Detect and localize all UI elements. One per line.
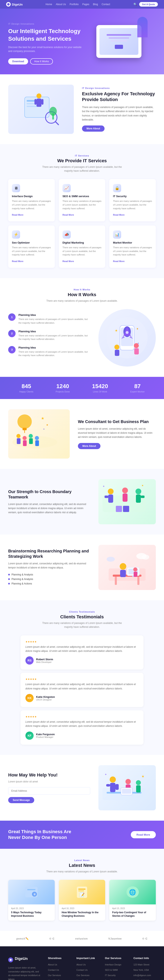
service-link-1[interactable]: Read More — [63, 213, 74, 216]
svg-point-66 — [142, 555, 149, 560]
footer-brand-name: DigeUn — [15, 956, 28, 961]
step-0: 1 Planning Idea There are many variation… — [8, 313, 90, 325]
step-text-0: There are many variations of passages of… — [19, 318, 90, 325]
footer-col-2: Our Services Interface Design SEO & SMM … — [105, 956, 127, 980]
planning-title: Brainstorming Researching Planning and S… — [8, 548, 90, 559]
nav-link-blog[interactable]: Blog — [93, 3, 98, 6]
help-email-input[interactable] — [8, 787, 90, 795]
service-link-2[interactable]: Read More — [113, 213, 125, 216]
footer-link-0-0[interactable]: About Us — [48, 963, 57, 966]
teamwork-illustration: ✦ ★ — [98, 479, 156, 524]
footer-link-item: Seo Optimizer — [105, 978, 127, 980]
partner-c2: © C — [142, 937, 148, 940]
footer-link-1-2[interactable]: Our Services — [76, 974, 90, 977]
search-button[interactable]: 🔍 — [133, 2, 137, 6]
stat-label-1: Projects Done — [55, 390, 70, 393]
footer-contact-1: New York, USA — [134, 969, 149, 971]
svg-text:🌐: 🌐 — [129, 889, 136, 896]
service-link-4[interactable]: Read More — [63, 260, 74, 262]
news-card-0[interactable]: 🖥 April 20, 2023 5 Ways Technology Today… — [8, 880, 55, 921]
svg-rect-53 — [123, 506, 129, 512]
svg-text:★: ★ — [115, 329, 118, 332]
help-send-button[interactable]: Send Message — [8, 797, 34, 803]
cta-read-more-button[interactable]: Read More — [131, 831, 156, 838]
service-link-0[interactable]: Read More — [12, 213, 24, 216]
hero-content: IT Design Innovations Our Intelligent Te… — [8, 22, 82, 64]
footer-grid: DigeUn Lorem ipsum dolor sit amet, conse… — [8, 956, 156, 980]
nav-link-pages[interactable]: Pages — [82, 3, 89, 6]
author-name-1: Katie Kingston — [36, 695, 55, 698]
how-illustration: ★ ★ ✦ — [98, 309, 156, 367]
svg-rect-69 — [134, 572, 137, 577]
author-info-2: Kate Ferguson Product Manager — [36, 733, 55, 738]
footer-link-2-0[interactable]: Interface Design — [105, 963, 121, 966]
service-icon-5: 📊 — [113, 231, 121, 239]
news-date-2: April 15, 2023 — [112, 907, 153, 910]
footer-link-0-1[interactable]: Contact Us — [48, 969, 59, 971]
news-body-2: April 15, 2023 Forty-two Contingent Your… — [109, 904, 156, 921]
nav-link-contact[interactable]: Contact — [102, 3, 110, 6]
planning-item-2: Planning & Actions — [8, 582, 90, 585]
svg-rect-48 — [123, 493, 128, 502]
planning-dot-1 — [8, 578, 10, 580]
stat-num-3: 87 — [130, 383, 145, 390]
svg-point-44 — [108, 488, 114, 494]
svg-point-38 — [35, 436, 39, 440]
hero-title: Our Intelligent Technology Solutions and… — [8, 27, 82, 43]
footer-logo-icon — [8, 958, 13, 963]
svg-rect-59 — [137, 577, 139, 585]
nav-link-about[interactable]: About Us — [56, 3, 66, 6]
avatar-2: KF — [25, 732, 34, 740]
service-link-5[interactable]: Read More — [113, 260, 125, 262]
news-card-1[interactable]: 📝 April 18, 2023 How Window Technology I… — [59, 880, 106, 921]
svg-text:★: ★ — [41, 416, 44, 420]
author-role-1: UI/UX Designer — [36, 698, 55, 701]
news-card-2[interactable]: 🌐 April 15, 2023 Forty-two Contingent Yo… — [109, 880, 156, 921]
planning-item-text-0: Planning & Analysis — [11, 573, 33, 576]
author-name-2: Kate Ferguson — [36, 733, 55, 736]
planning-illustration — [98, 545, 156, 590]
help-illustration: ✦ ★ — [98, 765, 156, 810]
svg-rect-85 — [27, 889, 35, 890]
footer-link-item: Interface Design — [105, 963, 127, 966]
services-description: There are many variations of passages of… — [41, 165, 123, 173]
nav-link-home[interactable]: Home — [46, 3, 52, 6]
service-card-4: 📣 Digital Marketing There are many varia… — [59, 226, 106, 268]
author-info-0: Robert Storm Web Developer — [36, 658, 53, 663]
footer-link-item: About Us — [76, 963, 99, 966]
footer-link-1-1[interactable]: Contact Us — [76, 969, 88, 971]
get-quote-button[interactable]: Get A Quote — [139, 2, 158, 6]
planning-section: Brainstorming Researching Planning and S… — [0, 535, 164, 600]
svg-text:📝: 📝 — [80, 892, 85, 897]
stars-2: ★★★★★ — [25, 715, 139, 718]
consult-more-button[interactable]: More About — [78, 443, 101, 449]
stat-0: 845 Happy Clients — [19, 383, 33, 393]
footer-contact-2[interactable]: info@digeun.com — [134, 974, 151, 977]
nav-logo[interactable]: DigeUn — [6, 2, 23, 6]
svg-rect-61 — [120, 570, 126, 577]
footer-link-item: Meet The Team — [48, 978, 70, 980]
footer-link-1-0[interactable]: About Us — [76, 963, 86, 966]
author-role-0: Web Developer — [36, 661, 53, 663]
nav-link-portfolio[interactable]: Portfolio — [70, 3, 79, 6]
svg-point-20 — [126, 331, 129, 334]
step-num-0: 1 — [8, 313, 16, 321]
footer: DigeUn Lorem ipsum dolor sit amet, conse… — [0, 946, 164, 980]
svg-rect-58 — [115, 577, 117, 585]
hero-how-button[interactable]: How It Works — [30, 58, 53, 65]
service-card-2: 🔒 IT Security There are many variations … — [109, 179, 156, 221]
stat-1: 1240 Projects Done — [55, 383, 70, 393]
news-image-1: 📝 — [59, 880, 106, 904]
footer-link-0-2[interactable]: Our Services — [48, 974, 61, 977]
service-link-3[interactable]: Read More — [12, 260, 24, 262]
hero-download-button[interactable]: Download — [8, 58, 28, 65]
service-icon-2: 🔒 — [113, 184, 121, 192]
service-name-0: Interface Design — [12, 195, 51, 198]
footer-link-2-1[interactable]: SEO & SMM — [105, 969, 118, 971]
help-section: How May We Help You! Lorem ipsum dolor s… — [0, 755, 164, 821]
footer-link-2-2[interactable]: IT Security — [105, 974, 116, 977]
exclusive-more-button[interactable]: More About — [82, 126, 104, 132]
svg-rect-27 — [134, 348, 139, 355]
svg-rect-8 — [36, 99, 41, 107]
testimonials-tag: Clients Testimonials — [8, 611, 156, 613]
